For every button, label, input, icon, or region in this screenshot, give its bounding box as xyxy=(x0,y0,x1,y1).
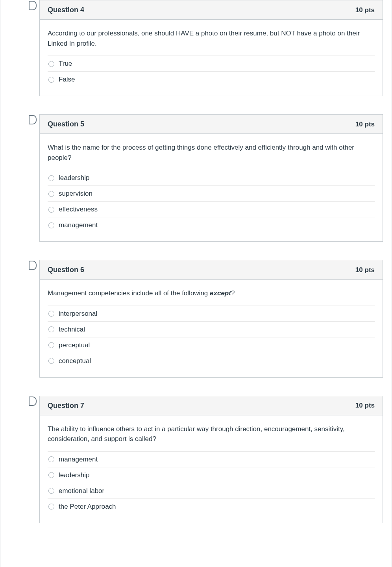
answer-label: True xyxy=(59,60,72,68)
question-6-answer-3[interactable]: conceptual xyxy=(48,353,375,369)
radio-icon[interactable] xyxy=(48,311,54,317)
question-7-points: 10 pts xyxy=(355,402,375,410)
question-7-answers: management leadership emotional labor th… xyxy=(48,451,375,514)
question-7-body: The ability to influence others to act i… xyxy=(40,415,383,523)
question-6-title: Question 6 xyxy=(48,266,84,274)
question-4-marker-col xyxy=(0,0,39,114)
question-5-header: Question 5 10 pts xyxy=(40,115,383,134)
question-4-answer-0[interactable]: True xyxy=(48,56,375,71)
radio-icon[interactable] xyxy=(48,175,54,181)
flag-icon[interactable] xyxy=(29,261,37,270)
question-4-answer-1[interactable]: False xyxy=(48,71,375,87)
question-4-box: Question 4 10 pts According to our profe… xyxy=(39,0,383,96)
question-7-box: Question 7 10 pts The ability to influen… xyxy=(39,396,383,523)
question-6-marker-col xyxy=(0,260,39,396)
flag-icon[interactable] xyxy=(29,1,37,10)
answer-label: False xyxy=(59,76,75,83)
question-7-title: Question 7 xyxy=(48,402,84,410)
question-6-points: 10 pts xyxy=(355,266,375,274)
radio-icon[interactable] xyxy=(48,207,54,213)
question-6-text-emph: except xyxy=(210,289,231,297)
answer-label: conceptual xyxy=(59,357,91,365)
radio-icon[interactable] xyxy=(48,191,54,197)
question-5-points: 10 pts xyxy=(355,120,375,128)
question-6-wrapper: Question 6 10 pts Management competencie… xyxy=(0,260,392,396)
question-7-wrapper: Question 7 10 pts The ability to influen… xyxy=(0,396,392,541)
radio-icon[interactable] xyxy=(48,456,54,462)
radio-icon[interactable] xyxy=(48,472,54,478)
question-6-text: Management competencies include all of t… xyxy=(48,288,375,298)
question-6-answer-0[interactable]: interpersonal xyxy=(48,306,375,321)
answer-label: emotional labor xyxy=(59,487,104,495)
question-4-text: According to our professionals, one shou… xyxy=(48,28,375,48)
question-6-answer-2[interactable]: perceptual xyxy=(48,337,375,353)
question-6-text-post: ? xyxy=(231,289,235,297)
question-4-points: 10 pts xyxy=(355,6,375,14)
question-7-answer-1[interactable]: leadership xyxy=(48,467,375,483)
question-6-answer-1[interactable]: technical xyxy=(48,321,375,337)
question-5-box: Question 5 10 pts What is the name for t… xyxy=(39,114,383,242)
answer-label: the Peter Approach xyxy=(59,503,116,511)
question-5-answer-1[interactable]: supervision xyxy=(48,185,375,201)
flag-icon[interactable] xyxy=(29,397,37,406)
question-5-title: Question 5 xyxy=(48,120,84,128)
question-6-answers: interpersonal technical perceptual conce… xyxy=(48,306,375,369)
question-7-marker-col xyxy=(0,396,39,541)
answer-label: leadership xyxy=(59,471,89,479)
radio-icon[interactable] xyxy=(48,342,54,348)
question-5-text: What is the name for the process of gett… xyxy=(48,143,375,163)
question-5-body: What is the name for the process of gett… xyxy=(40,134,383,241)
question-5-answer-0[interactable]: leadership xyxy=(48,170,375,185)
question-6-header: Question 6 10 pts xyxy=(40,260,383,280)
radio-icon[interactable] xyxy=(48,222,54,228)
question-6-text-pre: Management competencies include all of t… xyxy=(48,289,210,297)
question-5-answers: leadership supervision effectiveness man… xyxy=(48,170,375,233)
question-4-wrapper: Question 4 10 pts According to our profe… xyxy=(0,0,392,114)
question-5-answer-2[interactable]: effectiveness xyxy=(48,201,375,217)
radio-icon[interactable] xyxy=(48,504,54,510)
question-7-answer-2[interactable]: emotional labor xyxy=(48,483,375,498)
answer-label: management xyxy=(59,456,98,463)
flag-icon[interactable] xyxy=(29,115,37,124)
question-7-header: Question 7 10 pts xyxy=(40,396,383,415)
answer-label: perceptual xyxy=(59,341,90,349)
answer-label: supervision xyxy=(59,190,92,198)
answer-label: leadership xyxy=(59,174,89,182)
question-7-answer-3[interactable]: the Peter Approach xyxy=(48,498,375,514)
question-4-header: Question 4 10 pts xyxy=(40,0,383,20)
answer-label: management xyxy=(59,221,98,229)
question-4-title: Question 4 xyxy=(48,6,84,14)
answer-label: effectiveness xyxy=(59,206,98,213)
radio-icon[interactable] xyxy=(48,61,54,67)
radio-icon[interactable] xyxy=(48,77,54,83)
question-6-box: Question 6 10 pts Management competencie… xyxy=(39,260,383,378)
radio-icon[interactable] xyxy=(48,326,54,332)
answer-label: technical xyxy=(59,326,85,334)
radio-icon[interactable] xyxy=(48,488,54,494)
quiz-page: Question 4 10 pts According to our profe… xyxy=(0,0,392,567)
question-7-text: The ability to influence others to act i… xyxy=(48,424,375,444)
question-7-answer-0[interactable]: management xyxy=(48,451,375,467)
question-5-marker-col xyxy=(0,114,39,260)
question-5-wrapper: Question 5 10 pts What is the name for t… xyxy=(0,114,392,260)
radio-icon[interactable] xyxy=(48,358,54,364)
question-5-answer-3[interactable]: management xyxy=(48,217,375,233)
answer-label: interpersonal xyxy=(59,310,97,318)
question-6-body: Management competencies include all of t… xyxy=(40,280,383,377)
question-4-body: According to our professionals, one shou… xyxy=(40,20,383,96)
question-4-answers: True False xyxy=(48,56,375,87)
